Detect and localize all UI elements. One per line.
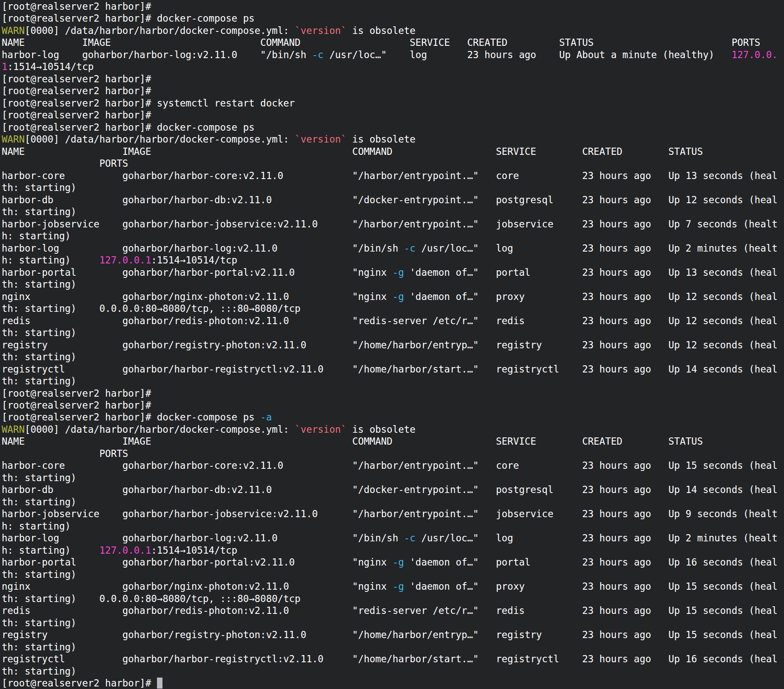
highlighted-text: -a xyxy=(260,412,272,423)
terminal-text: STATUS xyxy=(668,146,703,157)
terminal-text: Up 12 seconds (heal xyxy=(668,291,777,302)
highlighted-text: `version` xyxy=(295,25,347,36)
terminal-text xyxy=(283,170,353,181)
terminal-text: CREATED xyxy=(582,146,622,157)
terminal-text xyxy=(651,532,669,543)
terminal-cursor xyxy=(157,678,163,689)
terminal-text xyxy=(324,364,353,375)
terminal-text: 23 hours ago xyxy=(582,194,651,205)
terminal-text xyxy=(651,364,669,375)
terminal-text xyxy=(479,315,496,326)
terminal-text xyxy=(513,532,582,543)
terminal-text: log xyxy=(496,532,513,543)
terminal-line: NAME IMAGE COMMAND SERVICE CREATED STATU… xyxy=(2,146,784,157)
terminal-text xyxy=(479,557,496,568)
terminal-text: 23 hours ago xyxy=(582,605,651,616)
terminal-text: :1514→10514/tcp xyxy=(151,255,237,266)
terminal-text xyxy=(703,436,778,447)
terminal-text: Up 15 seconds (heal xyxy=(668,581,777,592)
terminal-text xyxy=(59,49,82,60)
terminal-text: 23 hours ago xyxy=(582,653,651,664)
terminal-line: th: starting) xyxy=(2,327,784,339)
terminal-line: [root@realserver2 harbor]# xyxy=(2,109,784,121)
terminal-text: 23 hours ago xyxy=(582,532,651,543)
terminal-text xyxy=(31,605,123,616)
terminal-text xyxy=(65,170,122,181)
terminal-text xyxy=(651,557,669,568)
terminal-text: harbor-db xyxy=(2,194,53,205)
terminal-text: jobservice xyxy=(496,218,553,230)
terminal-text xyxy=(324,653,353,664)
terminal-text xyxy=(318,218,352,230)
terminal-text: [0000] /data/harbor/harbor/docker-compos… xyxy=(25,25,295,36)
terminal-text xyxy=(76,557,122,568)
terminal-line: [root@realserver2 harbor]# docker-compos… xyxy=(2,411,784,423)
terminal-text xyxy=(318,508,352,519)
highlighted-text: 1 xyxy=(2,61,8,72)
terminal-text xyxy=(553,194,582,205)
highlighted-text: 127.0.0.1 xyxy=(99,255,151,266)
terminal-text: "nginx xyxy=(352,267,392,278)
terminal-text xyxy=(559,364,582,375)
terminal-text: 23 hours ago xyxy=(582,243,651,254)
terminal-text: harbor-jobservice xyxy=(2,218,99,230)
terminal-text: goharbor/harbor-registryctl:v2.11.0 xyxy=(122,364,323,375)
terminal-text xyxy=(65,653,122,664)
terminal-text: h: starting) xyxy=(2,545,71,556)
terminal-line: th: starting) xyxy=(2,569,784,580)
terminal-text: 23 hours ago xyxy=(582,339,651,350)
terminal-text: [0000] /data/harbor/harbor/docker-compos… xyxy=(25,424,295,435)
terminal-text xyxy=(71,545,100,556)
terminal-text: goharbor/harbor-jobservice:v2.11.0 xyxy=(122,508,318,519)
terminal-text xyxy=(295,557,352,568)
terminal-text: "/harbor/entrypoint.…" xyxy=(352,508,479,519)
terminal-line: harbor-log goharbor/harbor-log:v2.11.0 "… xyxy=(2,49,784,61)
terminal-line: nginx goharbor/nginx-photon:v2.11.0 "ngi… xyxy=(2,580,784,592)
terminal-text xyxy=(479,581,496,592)
terminal-line: th: starting) xyxy=(2,375,784,387)
terminal-text xyxy=(392,436,496,447)
terminal-screen[interactable]: [root@realserver2 harbor]#[root@realserv… xyxy=(0,0,784,689)
terminal-line: [root@realserver2 harbor]# systemctl res… xyxy=(2,97,784,109)
terminal-text xyxy=(272,194,353,205)
terminal-text: Up 2 minutes (healt xyxy=(668,243,777,254)
terminal-text xyxy=(31,315,123,326)
terminal-text: 'daemon of…" xyxy=(404,581,479,592)
terminal-text xyxy=(559,653,582,664)
terminal-text xyxy=(507,37,559,48)
terminal-text xyxy=(48,629,122,640)
terminal-line: th: starting) 0.0.0.0:80→8080/tcp, :::80… xyxy=(2,302,784,314)
terminal-text: PORTS xyxy=(99,158,128,169)
terminal-text: th: starting) xyxy=(2,496,76,507)
terminal-line: [root@realserver2 harbor]# xyxy=(2,677,784,689)
terminal-line: th: starting) xyxy=(2,278,784,290)
terminal-line: PORTS xyxy=(2,448,784,459)
terminal-line: harbor-core goharbor/harbor-core:v2.11.0… xyxy=(2,459,784,471)
terminal-line: [root@realserver2 harbor]# xyxy=(2,387,784,399)
terminal-text: "/bin/sh xyxy=(352,532,404,543)
terminal-text xyxy=(479,460,496,471)
terminal-text: "/home/harbor/entryp…" xyxy=(352,339,479,350)
terminal-text: th: starting) xyxy=(2,303,76,314)
terminal-text xyxy=(277,243,352,254)
terminal-text: harbor-db xyxy=(2,484,53,495)
terminal-text: SERVICE xyxy=(410,37,450,48)
terminal-text: SERVICE xyxy=(496,436,536,447)
terminal-text: th: starting) xyxy=(2,351,76,362)
terminal-line: PORTS xyxy=(2,157,784,169)
terminal-text xyxy=(594,37,731,48)
terminal-line: redis goharbor/redis-photon:v2.11.0 "red… xyxy=(2,605,784,616)
terminal-text xyxy=(479,218,496,230)
terminal-text: [root@realserver2 harbor]# xyxy=(2,109,151,120)
terminal-text xyxy=(306,629,352,640)
terminal-text xyxy=(553,508,582,519)
terminal-text: COMMAND xyxy=(260,37,301,48)
terminal-line: redis goharbor/redis-photon:v2.11.0 "red… xyxy=(2,315,784,327)
terminal-text: Up 14 seconds (heal xyxy=(668,364,777,375)
terminal-text xyxy=(479,291,496,302)
terminal-text: 23 hours ago xyxy=(582,291,651,302)
terminal-text: harbor-log xyxy=(2,49,59,60)
highlighted-text: -g xyxy=(392,557,404,568)
terminal-text: systemctl restart docker xyxy=(157,98,295,109)
terminal-text: proxy xyxy=(496,581,525,592)
